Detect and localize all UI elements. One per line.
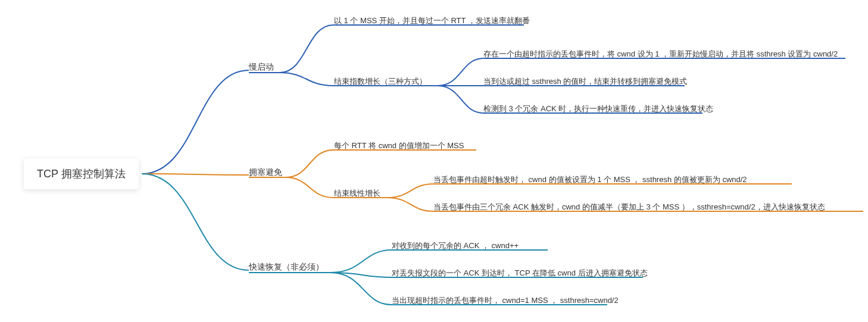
node-ss-1[interactable]: 以 1 个 MSS 开始，并且每过一个 RTT ，发送速率就翻番 [334,15,530,26]
node-rc-2[interactable]: 对丢失报文段的一个 ACK 到达时， TCP 在降低 cwnd 后进入拥塞避免状… [392,268,648,279]
branch-slowstart[interactable]: 慢启动 [249,62,274,73]
branch-avoid[interactable]: 拥塞避免 [249,167,282,178]
node-ss-end-3[interactable]: 检测到 3 个冗余 ACK 时，执行一种快速重传，并进入快速恢复状态 [483,104,713,114]
node-ss-end[interactable]: 结束指数增长（三种方式） [334,76,427,87]
node-rc-3[interactable]: 当出现超时指示的丢包事件时， cwnd=1 MSS ， ssthresh=cwn… [392,295,619,306]
root-label: TCP 拥塞控制算法 [37,168,126,180]
node-av-end[interactable]: 结束线性增长 [334,188,380,199]
root-node[interactable]: TCP 拥塞控制算法 [24,158,139,189]
node-av-end-2[interactable]: 当丢包事件由三个冗余 ACK 触发时，cwnd 的值减半（要加上 3 个 MSS… [433,202,825,212]
node-av-end-1[interactable]: 当丢包事件由超时触发时， cwnd 的值被设置为 1 个 MSS ， ssthr… [433,174,747,185]
node-ss-end-2[interactable]: 当到达或超过 ssthresh 的值时，结束并转移到拥塞避免模式 [483,76,687,87]
node-rc-1[interactable]: 对收到的每个冗余的 ACK ， cwnd++ [392,240,519,251]
node-av-1[interactable]: 每个 RTT 将 cwnd 的值增加一个 MSS [334,140,464,151]
node-ss-end-1[interactable]: 存在一个由超时指示的丢包事件时，将 cwnd 设为 1 ，重新开始慢启动，并且将… [483,49,838,60]
branch-recover[interactable]: 快速恢复（非必须） [249,262,324,273]
